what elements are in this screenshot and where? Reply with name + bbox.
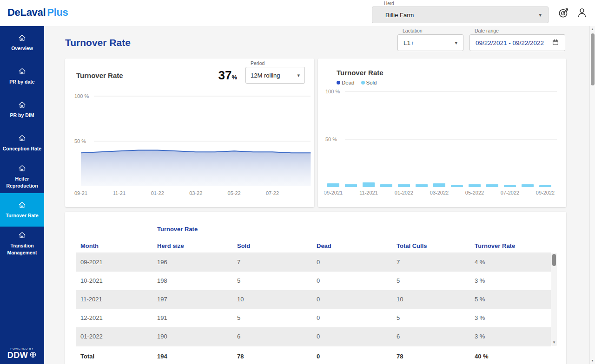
sidebar-item-pr-by-date[interactable]: PR by date bbox=[0, 59, 44, 93]
legend-label-dead: Dead bbox=[342, 80, 355, 85]
chevron-down-icon: ▾ bbox=[455, 40, 457, 46]
table-cell: 5 bbox=[237, 272, 317, 290]
herd-select-box[interactable]: Billie Farm ▾ bbox=[372, 6, 549, 23]
period-label: Period bbox=[251, 60, 264, 66]
herd-select-value: Billie Farm bbox=[385, 12, 414, 19]
home-icon bbox=[18, 201, 26, 209]
sidebar-item-conception-rate[interactable]: Conception Rate bbox=[0, 126, 44, 160]
scroll-up-icon[interactable]: ▲ bbox=[590, 26, 595, 32]
table-cell: 6 bbox=[397, 327, 475, 346]
table-cell: 0 bbox=[317, 309, 397, 327]
powered-by-label: POWERED BY bbox=[0, 347, 44, 350]
svg-text:50 %: 50 % bbox=[74, 138, 86, 144]
sidebar-item-label: PR by DIM bbox=[10, 112, 34, 118]
kpi-value: 37% bbox=[218, 69, 237, 81]
scroll-down-icon[interactable]: ▼ bbox=[551, 339, 557, 346]
table-body: 09-20211967074 %10-20211985053 %11-20211… bbox=[76, 253, 551, 346]
home-icon bbox=[18, 134, 26, 143]
table-cell: 0 bbox=[317, 253, 397, 272]
svg-text:11-21: 11-21 bbox=[113, 190, 126, 196]
table-cell: 3 % bbox=[475, 272, 551, 290]
column-header: Herd size bbox=[157, 239, 237, 253]
herd-select-label: Herd bbox=[384, 1, 549, 6]
svg-text:07-22: 07-22 bbox=[266, 190, 279, 196]
svg-text:100 %: 100 % bbox=[74, 93, 89, 99]
brand-suffix: Plus bbox=[47, 6, 68, 18]
table-cell: 3 % bbox=[475, 327, 551, 346]
sidebar: OverviewPR by datePR by DIMConception Ra… bbox=[0, 26, 44, 364]
brand-logo: DeLavalPlus bbox=[7, 6, 68, 19]
sidebar-item-transition-management[interactable]: Transition Management bbox=[0, 227, 44, 260]
table-total-cell: 78 bbox=[397, 346, 475, 364]
chevron-down-icon: ▾ bbox=[297, 73, 300, 78]
kpi-unit: % bbox=[231, 74, 237, 81]
user-account-icon[interactable] bbox=[575, 6, 588, 19]
sidebar-item-overview[interactable]: Overview bbox=[0, 26, 44, 59]
sidebar-item-heifer-reproduction[interactable]: Heifer Reproduction bbox=[0, 160, 44, 193]
table-total-cell: 0 bbox=[317, 346, 397, 364]
table-cell: 4 % bbox=[475, 253, 551, 272]
period-select[interactable]: Period 12M rolling ▾ bbox=[245, 67, 305, 84]
sidebar-footer: POWERED BY DDW bbox=[0, 347, 44, 360]
sidebar-item-pr-by-dim[interactable]: PR by DIM bbox=[0, 93, 44, 126]
table-cell: 197 bbox=[157, 290, 237, 309]
table-row: 11-2021197100105 % bbox=[76, 290, 551, 309]
column-header: Total Culls bbox=[397, 239, 475, 253]
chevron-down-icon: ▾ bbox=[539, 13, 542, 18]
table-cell: 10-2021 bbox=[76, 272, 157, 290]
legend-dot-sold bbox=[361, 81, 365, 84]
column-header: Turnover Rate bbox=[475, 239, 551, 253]
sidebar-item-label: Turnover Rate bbox=[6, 212, 38, 219]
page-scrollbar-thumb[interactable] bbox=[591, 33, 595, 85]
table-cell: 5 bbox=[397, 309, 475, 327]
ddw-logo: DDW bbox=[7, 351, 28, 360]
date-range-input[interactable]: Date range 09/22/2021 - 09/22/2022 bbox=[469, 34, 565, 51]
table-cell: 0 bbox=[317, 272, 397, 290]
goals-target-icon[interactable] bbox=[557, 6, 570, 19]
home-icon bbox=[18, 164, 26, 173]
table-cell: 09-2021 bbox=[76, 253, 157, 272]
table-cell: 7 bbox=[237, 253, 317, 272]
table-cell: 5 % bbox=[475, 290, 551, 309]
home-icon bbox=[18, 67, 26, 76]
table-scrollbar[interactable]: ▼ bbox=[551, 253, 557, 346]
turnover-line-card: Turnover Rate 37% Period 12M rolling ▾ 1… bbox=[65, 58, 314, 207]
date-range-value: 09/22/2021 - 09/22/2022 bbox=[476, 39, 544, 46]
herd-select[interactable]: Herd Billie Farm ▾ bbox=[372, 1, 549, 23]
svg-text:09-21: 09-21 bbox=[74, 190, 87, 196]
table-cell: 0 bbox=[317, 290, 397, 309]
scroll-down-icon[interactable]: ▼ bbox=[590, 358, 595, 364]
lactation-select[interactable]: Lactation L1+ ▾ bbox=[397, 34, 463, 51]
sidebar-item-turnover-rate[interactable]: Turnover Rate bbox=[0, 193, 44, 227]
svg-text:11-2021: 11-2021 bbox=[359, 190, 378, 195]
svg-text:100 %: 100 % bbox=[325, 89, 340, 94]
svg-text:09-2022: 09-2022 bbox=[536, 190, 555, 195]
table-cell: 7 bbox=[397, 253, 475, 272]
table-total-cell: 40 % bbox=[475, 346, 551, 364]
sidebar-item-label: PR by date bbox=[9, 78, 34, 85]
sidebar-item-label: Transition Management bbox=[1, 242, 43, 255]
table-cell: 196 bbox=[157, 253, 237, 272]
page-scrollbar[interactable]: ▲ ▼ bbox=[589, 26, 595, 364]
svg-text:01-2022: 01-2022 bbox=[395, 190, 413, 195]
sidebar-item-label: Overview bbox=[11, 45, 33, 52]
sidebar-item-label: Heifer Reproduction bbox=[1, 176, 43, 188]
date-range-label: Date range bbox=[475, 28, 499, 33]
legend-item-dead: Dead bbox=[337, 80, 355, 85]
table-cell: 11-2021 bbox=[76, 290, 157, 309]
svg-text:05-2022: 05-2022 bbox=[465, 190, 484, 195]
turnover-bar-svg: 100 %50 %09-202111-202101-202203-202205-… bbox=[324, 87, 560, 197]
main-content: Turnover Rate Lactation L1+ ▾ Date range… bbox=[44, 26, 589, 364]
chart-legend: Dead Sold bbox=[337, 80, 377, 85]
svg-text:03-22: 03-22 bbox=[189, 190, 202, 196]
table-total-cell: Total bbox=[76, 346, 157, 364]
bar-chart-title: Turnover Rate bbox=[337, 69, 383, 77]
home-icon bbox=[18, 100, 26, 109]
table-cell: 191 bbox=[157, 309, 237, 327]
home-icon bbox=[18, 33, 26, 42]
svg-text:07-2022: 07-2022 bbox=[501, 190, 519, 195]
table-scrollbar-thumb[interactable] bbox=[552, 254, 556, 266]
table-cell: 10 bbox=[237, 290, 317, 309]
table-cell: 190 bbox=[157, 327, 237, 346]
table-cell: 6 bbox=[237, 327, 317, 346]
